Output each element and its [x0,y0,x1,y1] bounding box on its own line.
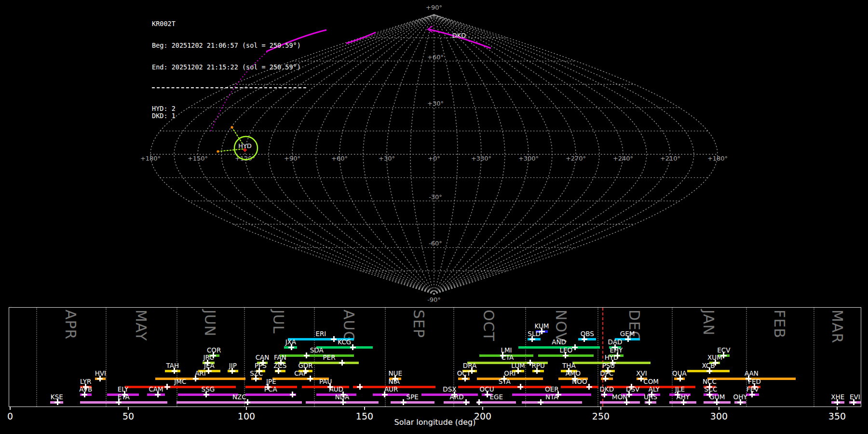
peak-marker-pca [290,392,296,397]
peak-marker-zcs [275,368,281,374]
shower-bar-mon [600,401,640,404]
hyd-radiant-label: HYD [238,142,252,149]
month-label-jul: JUL [271,310,285,334]
shower-label-nzc: NZC [222,394,256,400]
peak-marker-kse [54,399,60,405]
peak-marker-cam [155,392,161,397]
longitude-label: +270° [566,155,586,162]
dashed-separator [152,87,306,88]
peak-marker-rpu [534,368,540,374]
shower-label-lmi: LMI [489,347,523,353]
longitude-label: +240° [613,155,633,162]
shower-bar-nzc [176,401,302,404]
shower-label-aud: AUD [319,386,353,393]
shower-label-and: AND [542,339,576,345]
peak-marker-per [339,360,345,366]
month-boundary-gridline [525,308,526,407]
shower-label-kcg: KCG [327,339,361,345]
longitude-label: +90° [284,155,300,162]
shower-label-ori: ORI [493,370,527,377]
month-boundary-gridline [244,308,245,407]
month-label-may: MAY [134,310,148,341]
longitude-label: +180° [140,155,161,162]
shower-label-obs: OBS [570,331,604,337]
peak-marker-nta [538,399,543,405]
latitude-label: -60° [429,240,442,247]
x-axis-tick-label: 50 [114,411,143,421]
shower-label-pca: PCA [254,386,287,393]
peak-marker-evi [851,399,856,405]
peak-marker-aur [382,392,388,397]
peak-marker-xcb [706,368,712,374]
peak-marker-spe [401,399,407,405]
shower-bar-ege [477,401,516,404]
month-boundary-gridline [814,308,814,407]
shower-label-jpe: JPE [254,379,288,385]
longitude-label: +30° [379,155,395,162]
x-axis-tick-label: 0 [0,411,25,421]
peak-marker-urs [646,399,652,405]
month-label-jan: JAN [701,310,716,336]
longitude-label: +0° [428,155,440,162]
shower-label-nia: NIA [377,379,411,385]
peak-marker-ahy [681,399,687,405]
longitude-label: +150° [188,155,208,162]
x-axis-title: Solar longitude (deg) [363,418,507,427]
peak-marker-avb [81,392,87,397]
peak-marker-oct [462,376,468,381]
shower-count-line: HYD: 2 [152,105,306,112]
peak-marker-nda [340,399,346,405]
peak-marker-kcg [350,344,356,350]
shower-bar-spe [391,401,434,404]
peak-marker-obs [582,336,587,342]
shower-bar-nta [522,401,582,404]
peak-marker-ohy [737,399,743,405]
shower-bar-eta [80,401,167,404]
longitude-label: +180° [707,155,728,162]
x-axis-tick [719,407,719,410]
peak-marker-ssg [203,392,209,397]
peak-marker-sld [529,336,535,342]
shower-label-aan: AAN [734,370,768,377]
peak-marker-mon [624,399,630,405]
x-axis-tick-label: 250 [586,411,615,421]
x-axis-tick-label: 100 [232,411,261,421]
month-label-sep: SEP [411,310,426,338]
shower-label-ege: EGE [479,394,513,400]
peak-marker-dpc [603,376,609,381]
shower-label-mon: MON [603,394,637,400]
latitude-label: -90° [427,296,441,303]
shower-label-dsx: DSX [433,386,466,393]
longitude-label: +330° [471,155,491,162]
month-label-feb: FEB [772,310,787,339]
shower-activity-timeline: APRMAYJUNJULAUGSEPOCTNOVDECJANFEBMARKUME… [9,307,861,407]
x-axis-tick [10,407,11,410]
shower-count-list: HYD: 2DKD: 1 [152,105,306,120]
begin-time-line: Beg: 20251202 21:06:57 (sol = 250.59°) [152,42,306,49]
peak-marker-jxa [288,344,294,350]
month-boundary-gridline [176,308,177,407]
peak-marker-ard [463,399,469,405]
peak-marker-qua [677,376,683,381]
peak-marker-jip [230,368,235,374]
month-boundary-gridline [36,308,37,407]
peak-marker-sta [517,384,523,390]
longitude-label: +300° [518,155,539,162]
month-label-jun: JUN [203,310,217,337]
x-axis-tick [600,407,601,410]
peak-marker-leo [563,353,569,358]
month-label-mar: MAR [830,310,844,343]
x-axis-tick [837,407,838,410]
peak-marker-nia [357,384,363,390]
month-label-oct: OCT [481,310,496,341]
peak-marker-sda [304,353,310,358]
sky-map: +180°+150°+120°+90°+60°+30°+0°+330°+300°… [0,0,868,307]
peak-marker-eta [116,399,122,405]
shower-count-line: DKD: 1 [152,112,306,120]
x-axis-tick-label: 300 [705,411,733,421]
latitude-label: +30° [427,100,444,107]
latitude-label: +90° [426,4,442,11]
radiant-plot-page: +180°+150°+120°+90°+60°+30°+0°+330°+300°… [0,0,868,434]
shower-label-sta: STA [488,379,521,385]
x-axis-tick [128,407,129,410]
